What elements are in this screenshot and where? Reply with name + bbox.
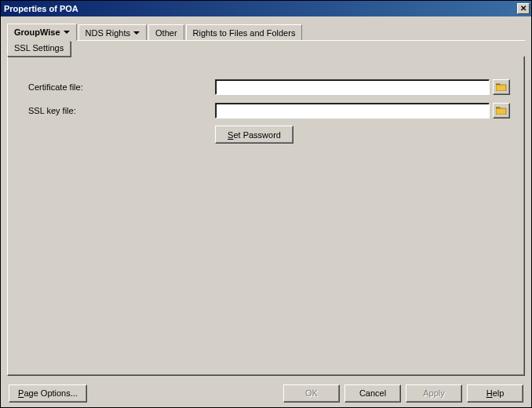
- sslkey-row: SSL key file:: [27, 102, 510, 119]
- set-password-button[interactable]: Set Password: [215, 126, 293, 144]
- tab-rights-files-folders[interactable]: Rights to Files and Folders: [186, 24, 303, 40]
- close-button[interactable]: ✕: [517, 3, 530, 14]
- chevron-down-icon: [133, 31, 140, 35]
- tab-groupwise[interactable]: GroupWise: [7, 24, 77, 41]
- subtab-row: SSL Settings: [7, 40, 525, 56]
- help-button[interactable]: Help: [467, 384, 523, 403]
- tab-nds-rights[interactable]: NDS Rights: [78, 24, 147, 40]
- subtab-ssl-settings[interactable]: SSL Settings: [7, 41, 71, 56]
- btn-text: et Password: [233, 130, 281, 140]
- cancel-button[interactable]: Cancel: [344, 384, 401, 403]
- btn-text: Cancel: [359, 388, 386, 398]
- close-icon: ✕: [520, 5, 527, 13]
- window-title: Properties of POA: [4, 4, 516, 13]
- btn-text: Apply: [423, 388, 445, 398]
- sslkey-browse-button[interactable]: [493, 103, 510, 118]
- chevron-down-icon: [64, 31, 70, 34]
- tab-panel: Certificate file: SSL key file:: [7, 56, 525, 376]
- subtab-label: SSL Settings: [14, 43, 64, 53]
- content-area: GroupWise NDS Rights Other Rights to Fil…: [1, 16, 531, 379]
- folder-icon: [496, 83, 507, 91]
- set-password-row: Set Password: [27, 126, 510, 144]
- tab-label: Rights to Files and Folders: [193, 28, 296, 38]
- tab-other[interactable]: Other: [148, 24, 184, 40]
- certificate-label: Certificate file:: [27, 82, 215, 92]
- ssl-key-file-input[interactable]: [215, 103, 490, 118]
- btn-text: age Options...: [24, 388, 78, 398]
- certificate-file-input[interactable]: [215, 79, 490, 95]
- certificate-row: Certificate file:: [27, 78, 510, 96]
- btn-text: elp: [493, 388, 505, 398]
- properties-window: Properties of POA ✕ GroupWise NDS Rights…: [0, 0, 532, 408]
- sslkey-label: SSL key file:: [27, 106, 215, 115]
- tab-label: Other: [155, 28, 177, 38]
- tabs-row: GroupWise NDS Rights Other Rights to Fil…: [7, 23, 525, 40]
- certificate-browse-button[interactable]: [493, 79, 510, 95]
- btn-text: OK: [305, 388, 318, 398]
- tab-label: GroupWise: [14, 27, 60, 37]
- mnemonic: H: [486, 388, 493, 398]
- bottom-button-bar: Page Options... OK Cancel Apply Help: [1, 379, 531, 407]
- titlebar: Properties of POA ✕: [1, 1, 531, 16]
- ok-button[interactable]: OK: [283, 384, 340, 403]
- page-options-button[interactable]: Page Options...: [9, 384, 87, 403]
- tab-label: NDS Rights: [86, 28, 130, 38]
- ssl-settings-form: Certificate file: SSL key file:: [27, 78, 510, 144]
- apply-button[interactable]: Apply: [406, 384, 462, 403]
- folder-icon: [496, 107, 507, 115]
